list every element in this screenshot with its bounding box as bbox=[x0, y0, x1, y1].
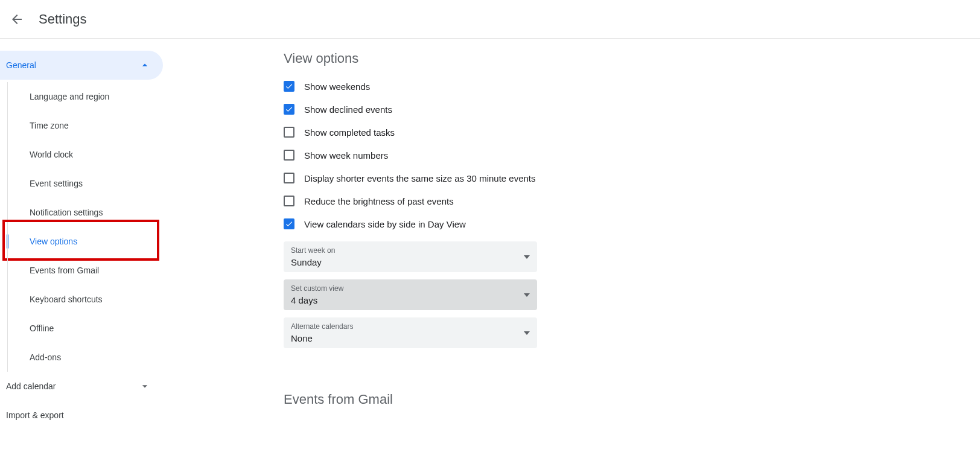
sidebar-item-label: World clock bbox=[30, 150, 73, 159]
select-value: 4 days bbox=[291, 295, 527, 305]
checkbox-label: Show week numbers bbox=[304, 150, 388, 161]
section-title-view-options: View options bbox=[284, 51, 980, 66]
sidebar-item-label: Language and region bbox=[30, 92, 109, 101]
sidebar-item-label: Import & export bbox=[6, 410, 64, 420]
select-label: Start week on bbox=[291, 246, 527, 255]
chevron-down-icon bbox=[139, 380, 151, 392]
select-start-week-on[interactable]: Start week onSunday bbox=[284, 241, 537, 272]
sidebar-item-label: Keyboard shortcuts bbox=[30, 295, 103, 304]
section-title-events-from-gmail: Events from Gmail bbox=[284, 392, 980, 407]
checkbox[interactable] bbox=[284, 104, 294, 115]
sidebar-item-label: Notification settings bbox=[30, 208, 103, 217]
checkbox[interactable] bbox=[284, 81, 294, 92]
settings-header: Settings bbox=[0, 0, 980, 39]
settings-sidebar: General Language and region Time zone Wo… bbox=[0, 39, 163, 430]
checkbox-label: Display shorter events the same size as … bbox=[304, 173, 536, 183]
sidebar-item-label: Event settings bbox=[30, 179, 83, 188]
sidebar-item-offline[interactable]: Offline bbox=[7, 314, 163, 343]
select-value: Sunday bbox=[291, 257, 527, 267]
sidebar-item-label: Offline bbox=[30, 323, 54, 333]
sidebar-section-add-calendar[interactable]: Add calendar bbox=[0, 372, 163, 401]
select-label: Set custom view bbox=[291, 284, 527, 293]
checkbox[interactable] bbox=[284, 196, 294, 206]
dropdown-arrow-icon bbox=[524, 255, 530, 259]
checkbox-label: Reduce the brightness of past events bbox=[304, 196, 454, 206]
sidebar-item-view-options[interactable]: View options bbox=[7, 227, 163, 256]
sidebar-item-add-ons[interactable]: Add-ons bbox=[7, 343, 163, 372]
sidebar-section-import-export[interactable]: Import & export bbox=[0, 401, 163, 430]
sidebar-item-world-clock[interactable]: World clock bbox=[7, 140, 163, 169]
dropdown-arrow-icon bbox=[524, 293, 530, 297]
checkbox[interactable] bbox=[284, 173, 294, 183]
settings-content: View options Show weekendsShow declined … bbox=[163, 39, 980, 430]
checkbox-row-reduce-the-brightness-of-past-events[interactable]: Reduce the brightness of past events bbox=[284, 196, 980, 206]
back-arrow-icon[interactable] bbox=[10, 12, 24, 27]
sidebar-section-label: General bbox=[6, 60, 36, 70]
sidebar-item-time-zone[interactable]: Time zone bbox=[7, 111, 163, 140]
select-label: Alternate calendars bbox=[291, 322, 527, 331]
checkbox[interactable] bbox=[284, 218, 294, 229]
sidebar-item-label: Events from Gmail bbox=[30, 266, 99, 275]
select-set-custom-view[interactable]: Set custom view4 days bbox=[284, 279, 537, 310]
checkbox-row-show-week-numbers[interactable]: Show week numbers bbox=[284, 150, 980, 161]
select-value: None bbox=[291, 333, 527, 343]
select-alternate-calendars[interactable]: Alternate calendarsNone bbox=[284, 317, 537, 348]
checkbox-row-show-weekends[interactable]: Show weekends bbox=[284, 81, 980, 92]
checkbox[interactable] bbox=[284, 127, 294, 138]
sidebar-item-label: Add calendar bbox=[6, 381, 56, 391]
checkbox-row-view-calendars-side-by-side-in-day-view[interactable]: View calendars side by side in Day View bbox=[284, 218, 980, 229]
sidebar-item-label: Time zone bbox=[30, 121, 69, 130]
checkbox-label: Show declined events bbox=[304, 104, 392, 115]
checkbox-row-show-completed-tasks[interactable]: Show completed tasks bbox=[284, 127, 980, 138]
sidebar-item-events-from-gmail[interactable]: Events from Gmail bbox=[7, 256, 163, 285]
chevron-up-icon bbox=[139, 59, 151, 71]
page-title: Settings bbox=[39, 11, 87, 27]
checkbox[interactable] bbox=[284, 150, 294, 161]
dropdown-arrow-icon bbox=[524, 331, 530, 335]
checkbox-row-display-shorter-events-the-same-size-as-30-minute-events[interactable]: Display shorter events the same size as … bbox=[284, 173, 980, 183]
checkbox-label: View calendars side by side in Day View bbox=[304, 219, 466, 229]
sidebar-item-event-settings[interactable]: Event settings bbox=[7, 169, 163, 198]
sidebar-item-keyboard-shortcuts[interactable]: Keyboard shortcuts bbox=[7, 285, 163, 314]
sidebar-item-label: Add-ons bbox=[30, 352, 61, 362]
sidebar-item-notification-settings[interactable]: Notification settings bbox=[7, 198, 163, 227]
sidebar-item-label: View options bbox=[30, 237, 77, 246]
sidebar-item-language-and-region[interactable]: Language and region bbox=[7, 82, 163, 111]
sidebar-section-general[interactable]: General bbox=[0, 51, 163, 80]
checkbox-row-show-declined-events[interactable]: Show declined events bbox=[284, 104, 980, 115]
checkbox-label: Show completed tasks bbox=[304, 127, 395, 138]
checkbox-label: Show weekends bbox=[304, 81, 370, 92]
